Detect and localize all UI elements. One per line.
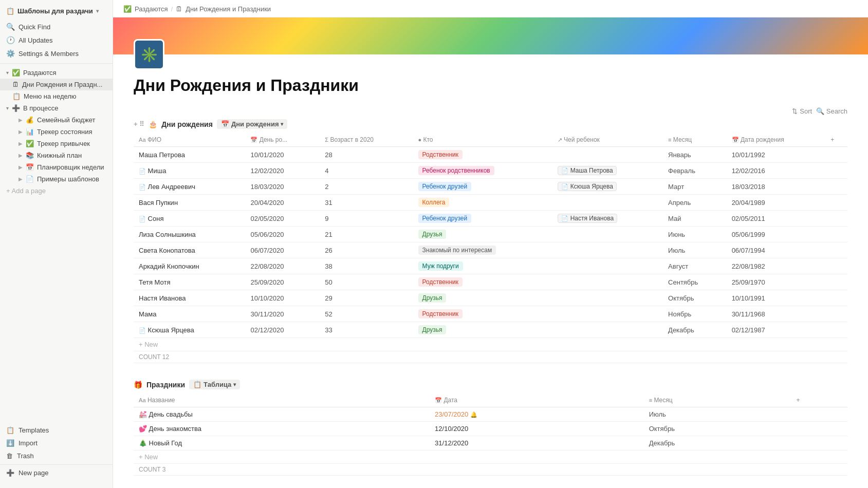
breadcrumb-parent-label[interactable]: Раздаются: [135, 5, 168, 13]
cell-who: Друзья: [413, 322, 552, 338]
section-razdaetsia-icon: ✅: [12, 69, 20, 77]
cell-month: Февраль: [663, 163, 727, 179]
cell-day: 25/09/2020: [245, 274, 320, 290]
import-item[interactable]: ⬇️ Import: [0, 437, 113, 449]
birthday-cake-icon: 🎂: [149, 120, 157, 128]
cell-empty: [825, 195, 847, 211]
cell-age: 38: [320, 258, 413, 274]
table-row[interactable]: Маша Петрова 10/01/2020 28 Родственник Я…: [134, 147, 847, 163]
sidebar-item-books[interactable]: ▶ 📚 Книжный план: [0, 149, 113, 161]
col-age[interactable]: Σ Возраст в 2020: [320, 133, 413, 147]
holidays-new-row[interactable]: + New: [134, 451, 847, 464]
page-icon: ✳️: [134, 39, 164, 70]
col-child[interactable]: ↗ Чей ребенок: [552, 133, 663, 147]
col-name[interactable]: Аа ФИО: [134, 133, 245, 147]
birthdays-count-label: COUNT 12: [134, 351, 847, 363]
col-add[interactable]: +: [825, 133, 847, 147]
holidays-table: Аа Название 📅 Дата ≡ Месяц + 💒 День свад…: [134, 393, 847, 476]
cell-who: Друзья: [413, 290, 552, 306]
sidebar-section-inprogress[interactable]: ▾ ➕ В процессе: [0, 102, 113, 114]
books-arrow-icon: ▶: [19, 153, 23, 158]
breadcrumb-current-label: Дни Рождения и Праздники: [186, 5, 271, 13]
sidebar-item-planner[interactable]: ▶ 📅 Планировщик недели: [0, 161, 113, 173]
cell-child: [552, 306, 663, 322]
table-row[interactable]: 💕 День знакомства 12/10/2020 Октябрь: [134, 422, 847, 436]
examples-arrow-icon: ▶: [19, 176, 23, 182]
habits-label: Трекер привычек: [37, 140, 90, 147]
sidebar-item-habits[interactable]: ▶ ✅ Трекер привычек: [0, 138, 113, 149]
templates-item[interactable]: 📋 Templates: [0, 424, 113, 437]
hcol-date[interactable]: 📅 Дата: [430, 393, 644, 407]
books-label: Книжный план: [37, 152, 82, 159]
table-row[interactable]: 📄 Ксюша Ярцева 02/12/2020 33 Друзья Дека…: [134, 322, 847, 338]
budget-arrow-icon: ▶: [19, 117, 23, 123]
birthdays-new-row[interactable]: + New: [134, 338, 847, 351]
table-row[interactable]: Света Конопатова 06/07/2020 26 Знакомый …: [134, 242, 847, 258]
sidebar-item-examples[interactable]: ▶ 📄 Примеры шаблонов: [0, 173, 113, 185]
new-page-button[interactable]: ➕ New page: [0, 464, 113, 481]
settings-label: Settings & Members: [19, 50, 79, 58]
search-button[interactable]: 🔍 Search: [816, 107, 847, 115]
workspace-title[interactable]: 📋 Шаблоны для раздачи ▾: [0, 0, 113, 20]
col-dob[interactable]: 📅 Дата рождения: [727, 133, 826, 147]
holidays-view-selector[interactable]: 📋 Таблица ▾: [189, 380, 240, 389]
holidays-icon: 🎁: [134, 381, 142, 389]
holidays-db-title: Праздники: [146, 381, 185, 389]
table-row[interactable]: Мама 30/11/2020 52 Родственник Ноябрь 30…: [134, 306, 847, 322]
table-row[interactable]: Вася Пупкин 20/04/2020 31 Коллега Апрель…: [134, 195, 847, 211]
col-birthday[interactable]: 📅 День ро...: [245, 133, 320, 147]
all-updates-item[interactable]: 🕐 All Updates: [0, 33, 113, 47]
sidebar-section-razdaetsia[interactable]: ▾ ✅ Раздаются: [0, 67, 113, 79]
cell-age: 26: [320, 242, 413, 258]
new-row-label[interactable]: + New: [134, 338, 847, 351]
table-row[interactable]: 📄 Соня 02/05/2020 9 Ребенок друзей 📄 Нас…: [134, 211, 847, 227]
add-page-item[interactable]: + Add a page: [0, 185, 113, 197]
cell-dob: 30/11/1968: [727, 306, 826, 322]
trash-item[interactable]: 🗑 Trash: [0, 449, 113, 462]
table-view-icon: 📅: [221, 120, 229, 128]
view-chevron-icon: ▾: [281, 121, 283, 127]
table-row[interactable]: 📄 Лев Андреевич 18/03/2020 2 Ребенок дру…: [134, 179, 847, 195]
examples-icon: 📄: [26, 175, 34, 183]
cell-day: 10/01/2020: [245, 147, 320, 163]
table-row[interactable]: 🎄 Новый Год 31/12/2020 Декабрь: [134, 436, 847, 451]
table-row[interactable]: Настя Иванова 10/10/2020 29 Друзья Октяб…: [134, 290, 847, 306]
search-icon: 🔍: [6, 23, 14, 31]
cell-who: Родственник: [413, 274, 552, 290]
table-row[interactable]: Аркадий Кнопочкин 22/08/2020 38 Муж подр…: [134, 258, 847, 274]
cell-who: Друзья: [413, 227, 552, 242]
sidebar-item-menu[interactable]: 📋 Меню на неделю: [0, 90, 113, 102]
sort-button[interactable]: ⇅ Sort: [792, 107, 812, 115]
table-row[interactable]: Тетя Мотя 25/09/2020 50 Родственник Сент…: [134, 274, 847, 290]
chevron-section-icon: ▾: [6, 70, 9, 76]
table-row[interactable]: Лиза Солнышкина 05/06/2020 21 Друзья Июн…: [134, 227, 847, 242]
cell-name: 📄 Ксюша Ярцева: [134, 322, 245, 338]
cell-name: 📄 Миша: [134, 163, 245, 179]
cell-child: [552, 227, 663, 242]
plus-inprogress-icon: ➕: [12, 104, 20, 112]
settings-item[interactable]: ⚙️ Settings & Members: [0, 47, 113, 60]
holidays-new-row-label[interactable]: + New: [134, 451, 847, 464]
sidebar-item-birthdays[interactable]: 🗓 Дни Рождения и Праздн...: [0, 79, 113, 90]
table-row[interactable]: 📄 Миша 12/02/2020 4 Ребенок родственнико…: [134, 163, 847, 179]
cell-holiday-date: 31/12/2020: [430, 436, 644, 451]
sort-search-bar: ⇅ Sort 🔍 Search: [113, 105, 868, 115]
birthdays-section: + ⠿ 🎂 Дни рождения 📅 Дни рождения ▾ Аа Ф…: [113, 115, 868, 363]
quick-find-item[interactable]: 🔍 Quick Find: [0, 20, 113, 33]
hcol-month[interactable]: ≡ Месяц: [644, 393, 791, 407]
page-icon-symbol: ✳️: [140, 46, 158, 63]
col-month[interactable]: ≡ Месяц: [663, 133, 727, 147]
table-row[interactable]: 💒 День свадьбы 23/07/2020 🔔 Июль: [134, 407, 847, 422]
birthdays-view-selector[interactable]: 📅 Дни рождения ▾: [217, 119, 288, 129]
sort-label: Sort: [800, 107, 812, 115]
col-who[interactable]: ● Кто: [413, 133, 552, 147]
add-db-icon[interactable]: + ⠿: [134, 120, 144, 128]
sidebar-item-budget[interactable]: ▶ 💰 Семейный бюджет: [0, 114, 113, 126]
hcol-name[interactable]: Аа Название: [134, 393, 430, 407]
cell-age: 29: [320, 290, 413, 306]
cell-month: Июль: [663, 242, 727, 258]
sidebar-item-tracker[interactable]: ▶ 📊 Трекер состояния: [0, 126, 113, 138]
cell-who: Родственник: [413, 306, 552, 322]
hcol-add[interactable]: +: [791, 393, 847, 407]
cell-child: [552, 147, 663, 163]
